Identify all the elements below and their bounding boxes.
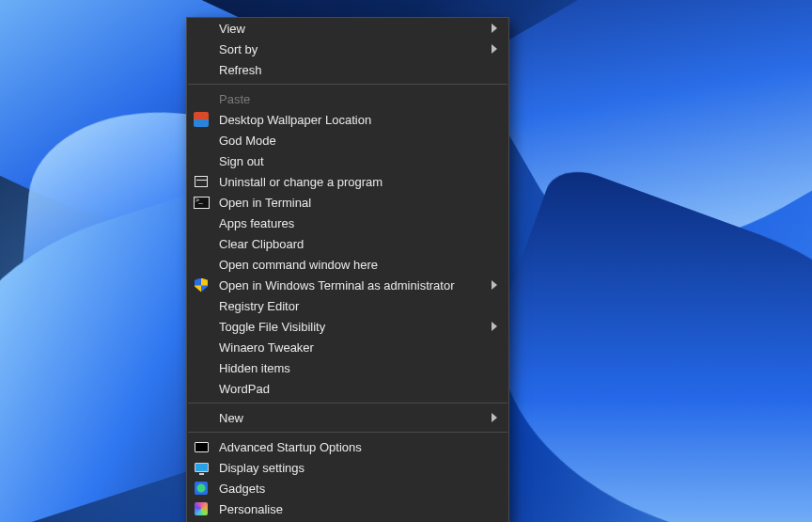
shield-icon <box>193 277 210 293</box>
menu-item-label: Hidden items <box>219 361 499 375</box>
wallpaper-icon <box>193 112 210 127</box>
blank-icon <box>193 41 210 56</box>
menu-item-label: New <box>219 411 490 425</box>
menu-item-advanced-startup[interactable]: Advanced Startup Options <box>187 436 508 457</box>
menu-item-label: View <box>219 22 490 36</box>
menu-item-paste: Paste <box>187 88 508 109</box>
chevron-right-icon <box>490 44 499 54</box>
menu-item-uninstall-program[interactable]: Uninstall or change a program <box>187 171 508 192</box>
menu-item-view[interactable]: View <box>187 18 508 39</box>
menu-item-label: Open in Terminal <box>219 196 499 210</box>
menu-item-label: Refresh <box>219 63 499 77</box>
gadgets-icon <box>193 481 210 496</box>
blank-icon <box>193 298 210 313</box>
menu-item-sign-out[interactable]: Sign out <box>187 150 508 171</box>
blank-icon <box>193 62 210 77</box>
menu-item-label: Display settings <box>219 461 499 475</box>
menu-item-new[interactable]: New <box>187 407 508 428</box>
menu-item-label: Toggle File Visibility <box>219 320 490 334</box>
menu-item-label: God Mode <box>219 134 499 148</box>
menu-item-god-mode[interactable]: God Mode <box>187 130 508 150</box>
blank-icon <box>193 360 210 375</box>
menu-item-label: Sign out <box>219 154 499 168</box>
menu-item-clear-clipboard[interactable]: Clear Clipboard <box>187 233 508 254</box>
menu-item-label: Open in Windows Terminal as administrato… <box>219 278 490 293</box>
menu-item-label: Advanced Startup Options <box>219 440 499 454</box>
blank-icon <box>193 340 210 355</box>
personalise-icon <box>193 501 210 516</box>
menu-item-gadgets[interactable]: Gadgets <box>187 478 508 498</box>
menu-item-open-in-terminal[interactable]: Open in Terminal <box>187 192 508 213</box>
display-icon <box>193 460 210 475</box>
blank-icon <box>193 410 210 425</box>
blank-icon <box>193 153 210 168</box>
menu-item-label: Winaero Tweaker <box>219 340 499 355</box>
menu-item-display-settings[interactable]: Display settings <box>187 457 508 478</box>
blank-icon <box>193 257 210 272</box>
menu-separator <box>188 84 508 85</box>
chevron-right-icon <box>490 413 499 422</box>
blank-icon <box>193 91 210 106</box>
menu-item-desktop-wallpaper-location[interactable]: Desktop Wallpaper Location <box>187 109 508 130</box>
menu-item-winaero-tweaker[interactable]: Winaero Tweaker <box>187 337 508 357</box>
menu-item-registry-editor[interactable]: Registry Editor <box>187 295 508 316</box>
menu-item-open-terminal-admin[interactable]: Open in Windows Terminal as administrato… <box>187 275 508 295</box>
startup-icon <box>193 439 210 454</box>
menu-item-label: Gadgets <box>219 482 499 496</box>
menu-item-label: Uninstall or change a program <box>219 175 499 189</box>
blank-icon <box>193 319 210 334</box>
menu-item-label: Apps features <box>219 216 499 230</box>
menu-item-label: Open command window here <box>219 258 499 272</box>
desktop-context-menu: View Sort by Refresh Paste Desktop Wallp… <box>186 17 509 522</box>
blank-icon <box>193 215 210 230</box>
menu-item-label: Paste <box>219 92 499 106</box>
menu-item-refresh[interactable]: Refresh <box>187 59 508 80</box>
menu-item-hidden-items[interactable]: Hidden items <box>187 357 508 378</box>
menu-separator <box>188 432 508 433</box>
menu-item-apps-features[interactable]: Apps features <box>187 213 508 233</box>
menu-item-sort-by[interactable]: Sort by <box>187 39 508 59</box>
chevron-right-icon <box>490 280 499 290</box>
menu-item-label: Clear Clipboard <box>219 237 499 251</box>
blank-icon <box>193 21 210 36</box>
menu-item-personalise[interactable]: Personalise <box>187 498 508 519</box>
menu-item-toggle-file-visibility[interactable]: Toggle File Visibility <box>187 316 508 337</box>
menu-separator <box>188 403 508 403</box>
blank-icon <box>193 236 210 251</box>
blank-icon <box>193 133 210 148</box>
chevron-right-icon <box>490 322 499 331</box>
programs-icon <box>193 174 210 189</box>
menu-item-label: Personalise <box>219 502 499 516</box>
menu-item-label: Sort by <box>219 42 490 56</box>
chevron-right-icon <box>490 24 499 33</box>
blank-icon <box>193 381 210 396</box>
menu-item-label: WordPad <box>219 382 499 396</box>
terminal-icon <box>193 195 210 210</box>
menu-item-label: Desktop Wallpaper Location <box>219 113 499 127</box>
menu-item-open-command-window[interactable]: Open command window here <box>187 254 508 275</box>
menu-item-label: Registry Editor <box>219 299 499 313</box>
menu-item-wordpad[interactable]: WordPad <box>187 378 508 399</box>
